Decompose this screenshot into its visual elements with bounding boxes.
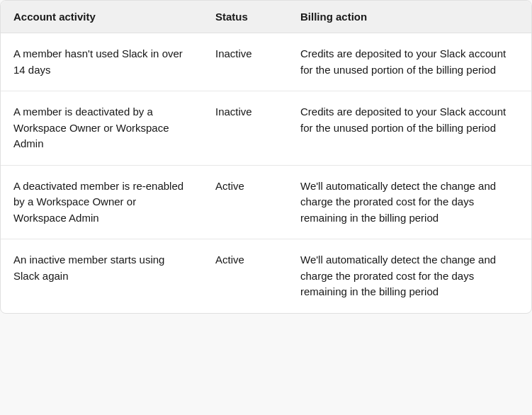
table-row: A deactivated member is re-enabled by a … [1, 165, 532, 239]
cell-status: Active [203, 239, 288, 313]
cell-billing: Credits are deposited to your Slack acco… [288, 33, 532, 91]
header-status: Status [203, 1, 288, 33]
header-billing: Billing action [288, 1, 532, 33]
cell-activity: An inactive member starts using Slack ag… [1, 239, 203, 313]
cell-status: Inactive [203, 91, 288, 166]
cell-billing: We'll automatically detect the change an… [288, 165, 532, 239]
table-header-row: Account activity Status Billing action [1, 1, 532, 33]
cell-billing: Credits are deposited to your Slack acco… [288, 91, 532, 166]
table-row: An inactive member starts using Slack ag… [1, 239, 532, 313]
cell-activity: A member hasn't used Slack in over 14 da… [1, 33, 203, 91]
header-activity: Account activity [1, 1, 203, 33]
table-row: A member is deactivated by a Workspace O… [1, 91, 532, 166]
cell-status: Inactive [203, 33, 288, 91]
cell-activity: A deactivated member is re-enabled by a … [1, 165, 203, 239]
billing-table-container: Account activity Status Billing action A… [0, 0, 532, 314]
cell-activity: A member is deactivated by a Workspace O… [1, 91, 203, 166]
table-row: A member hasn't used Slack in over 14 da… [1, 33, 532, 91]
cell-billing: We'll automatically detect the change an… [288, 239, 532, 313]
billing-table: Account activity Status Billing action A… [1, 1, 532, 313]
cell-status: Active [203, 165, 288, 239]
